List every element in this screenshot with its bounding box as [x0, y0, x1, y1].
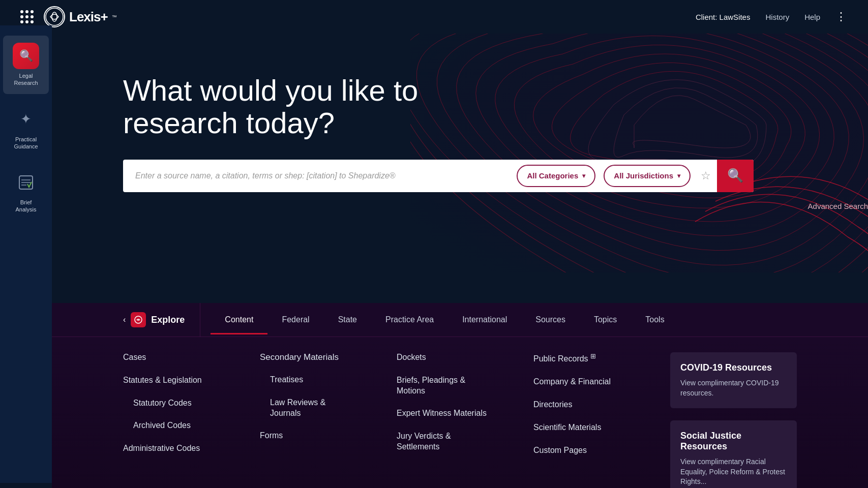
search-input[interactable] [123, 160, 513, 192]
hero-section: What would you like to research today? A… [52, 34, 868, 272]
hero-content: What would you like to research today? A… [52, 34, 868, 192]
menu-dockets[interactable]: Dockets [397, 352, 523, 363]
jurisdictions-chevron: ▾ [677, 172, 680, 179]
sidebar-label-brief-analysis: BriefAnalysis [16, 199, 37, 214]
sidebar-item-brief-analysis[interactable]: BriefAnalysis [3, 162, 49, 221]
menu-directories[interactable]: Directories [533, 400, 660, 410]
menu-archived-codes[interactable]: Archived Codes [123, 420, 250, 431]
menu-admin-codes[interactable]: Administrative Codes [123, 443, 250, 454]
search-button[interactable]: 🔍 [717, 160, 754, 192]
nav-item-state[interactable]: State [324, 305, 371, 334]
jurisdictions-label: All Jurisdictions [614, 171, 673, 180]
practical-guidance-icon: ✦ [13, 106, 39, 133]
header: Lexis+™ Client: LawSites History Help ⋮ [0, 0, 868, 34]
categories-chevron: ▾ [582, 172, 585, 179]
categories-label: All Categories [527, 171, 578, 180]
nav-item-content[interactable]: Content [211, 305, 267, 334]
menu-statutory-codes[interactable]: Statutory Codes [123, 398, 250, 409]
social-justice-card-desc: View complimentary Racial Equality, Poli… [680, 457, 787, 487]
history-link[interactable]: History [765, 13, 789, 21]
grid-icon[interactable] [20, 10, 34, 23]
sidebar-label-legal-research: LegalResearch [14, 72, 38, 87]
menu-jury-verdicts[interactable]: Jury Verdicts & Settlements [397, 431, 523, 452]
menu-cases[interactable]: Cases [123, 352, 250, 363]
nav-item-tools[interactable]: Tools [631, 305, 678, 334]
social-justice-card[interactable]: Social Justice Resources View compliment… [670, 420, 797, 488]
menu-treatises[interactable]: Treatises [260, 375, 386, 385]
explore-chevron: ‹ [123, 315, 126, 324]
sidebar-item-legal-research[interactable]: 🔍 LegalResearch [3, 36, 49, 94]
nav-bar: ‹ Explore Content Federal State Practice… [52, 303, 868, 337]
menu-secondary-materials[interactable]: Secondary Materials [260, 352, 386, 362]
client-label: Client: LawSites [696, 13, 751, 21]
logo[interactable]: Lexis+™ [44, 6, 117, 27]
header-right: Client: LawSites History Help ⋮ [696, 10, 848, 23]
nav-item-practice-area[interactable]: Practice Area [371, 305, 448, 334]
more-options-button[interactable]: ⋮ [835, 10, 848, 23]
search-bar: All Categories ▾ All Jurisdictions ▾ ☆ 🔍 [123, 160, 754, 192]
social-justice-card-title: Social Justice Resources [680, 431, 787, 452]
search-icon: 🔍 [727, 168, 743, 184]
explore-icon [131, 312, 146, 327]
explore-label: Explore [151, 315, 185, 325]
menu-col-3: Dockets Briefs, Pleadings & Motions Expe… [397, 352, 523, 488]
menu-scientific-materials[interactable]: Scientific Materials [533, 422, 660, 433]
jurisdictions-dropdown[interactable]: All Jurisdictions ▾ [604, 165, 691, 187]
nav-item-international[interactable]: International [448, 305, 521, 334]
logo-icon [44, 6, 65, 27]
nav-item-sources[interactable]: Sources [521, 305, 580, 334]
content-dropdown-menu: Cases Statutes & Legislation Statutory C… [52, 337, 868, 488]
menu-briefs[interactable]: Briefs, Pleadings & Motions [397, 375, 523, 396]
nav-items: Content Federal State Practice Area Inte… [211, 305, 678, 334]
categories-dropdown[interactable]: All Categories ▾ [517, 165, 595, 187]
menu-col-5: COVID-19 Resources View complimentary CO… [670, 352, 797, 488]
menu-forms[interactable]: Forms [260, 431, 386, 441]
menu-expert-witness[interactable]: Expert Witness Materials [397, 408, 523, 419]
svg-point-1 [52, 12, 57, 21]
brief-analysis-icon [13, 169, 39, 196]
menu-statutes[interactable]: Statutes & Legislation [123, 375, 250, 386]
covid-resources-card[interactable]: COVID-19 Resources View complimentary CO… [670, 352, 797, 408]
logo-text: Lexis+ [69, 9, 108, 25]
help-link[interactable]: Help [804, 13, 820, 21]
covid-card-title: COVID-19 Resources [680, 362, 787, 373]
menu-col-4: Public Records ⊞ Company & Financial Dir… [533, 352, 660, 488]
hero-title: What would you like to research today? [123, 74, 479, 139]
menu-col-1: Cases Statutes & Legislation Statutory C… [123, 352, 250, 488]
explore-nav[interactable]: ‹ Explore [123, 303, 200, 337]
header-left: Lexis+™ [20, 6, 117, 27]
logo-tm: ™ [112, 14, 117, 20]
menu-public-records[interactable]: Public Records ⊞ [533, 352, 660, 364]
menu-col-2: Secondary Materials Treatises Law Review… [260, 352, 386, 488]
nav-item-topics[interactable]: Topics [580, 305, 631, 334]
covid-card-desc: View complimentary COVID-19 resources. [680, 378, 787, 398]
favorite-button[interactable]: ☆ [695, 169, 717, 182]
advanced-search-link[interactable]: Advanced Search [808, 202, 868, 210]
menu-company-financial[interactable]: Company & Financial [533, 377, 660, 387]
menu-custom-pages[interactable]: Custom Pages [533, 445, 660, 456]
sidebar-label-practical-guidance: PracticalGuidance [14, 136, 38, 150]
nav-item-federal[interactable]: Federal [267, 305, 323, 334]
svg-point-0 [46, 8, 63, 25]
legal-research-icon: 🔍 [13, 43, 39, 69]
external-link-icon: ⊞ [590, 352, 596, 360]
sidebar: 🔍 LegalResearch ✦ PracticalGuidance Brie… [0, 25, 52, 483]
sidebar-item-practical-guidance[interactable]: ✦ PracticalGuidance [3, 99, 49, 158]
menu-law-reviews[interactable]: Law Reviews & Journals [260, 398, 386, 419]
